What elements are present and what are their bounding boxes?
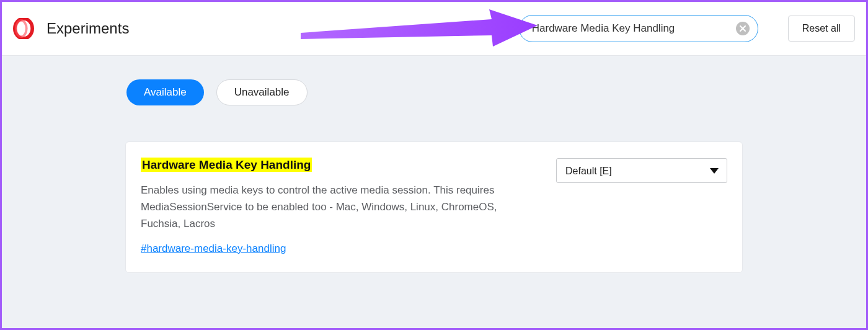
search-container — [519, 15, 758, 42]
flag-status-select[interactable]: Default [E] — [556, 158, 727, 183]
flag-title: Hardware Media Key Handling — [141, 158, 312, 172]
tab-bar: Available Unavailable — [125, 79, 743, 105]
page-title: Experiments — [46, 20, 129, 37]
tab-available[interactable]: Available — [126, 79, 204, 105]
flag-description: Enables using media keys to control the … — [141, 182, 525, 233]
svg-point-1 — [16, 20, 27, 37]
clear-search-button[interactable] — [736, 22, 750, 35]
reset-all-button[interactable]: Reset all — [788, 16, 855, 42]
content-area: Available Unavailable Hardware Media Key… — [2, 56, 866, 273]
flag-card: Hardware Media Key Handling Enables usin… — [125, 141, 743, 273]
opera-logo-icon — [13, 18, 34, 39]
flag-link[interactable]: #hardware-media-key-handling — [141, 243, 286, 255]
tab-unavailable[interactable]: Unavailable — [216, 79, 308, 105]
close-icon — [740, 25, 746, 32]
header: Experiments Reset all — [2, 2, 866, 56]
search-input[interactable] — [519, 15, 758, 42]
